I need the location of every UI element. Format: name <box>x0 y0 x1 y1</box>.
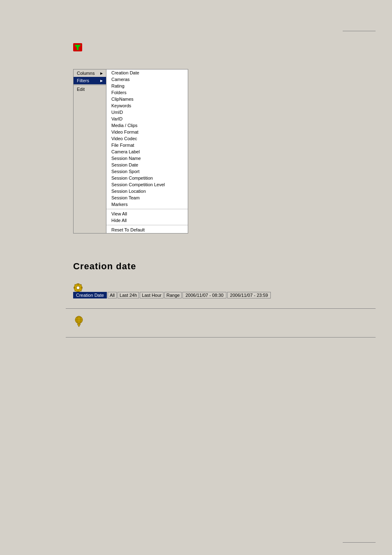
menu-right-session-competition[interactable]: Session Competition <box>106 175 188 181</box>
menu-right-varid[interactable]: VarID <box>106 116 188 122</box>
svg-rect-6 <box>74 287 75 288</box>
filter-option-lasthour[interactable]: Last Hour <box>140 292 164 298</box>
menu-right-cameras[interactable]: Cameras <box>106 76 188 83</box>
filter-option-all[interactable]: All <box>108 292 117 298</box>
page-footer <box>343 542 376 543</box>
svg-marker-17 <box>77 324 81 327</box>
filter-option-last24h[interactable]: Last 24h <box>118 292 139 298</box>
menu-right-markers[interactable]: Markers <box>106 201 188 208</box>
settings-icon[interactable] <box>73 283 83 293</box>
context-menu: Columns ▶ Filters ▶ Edit Creation Date C… <box>73 69 188 234</box>
menu-right-folders[interactable]: Folders <box>106 89 188 96</box>
menu-right-session-team[interactable]: Session Team <box>106 194 188 201</box>
filter-option-range[interactable]: Range <box>164 292 182 298</box>
menu-right-file-format[interactable]: File Format <box>106 142 188 148</box>
menu-item-columns[interactable]: Columns ▶ <box>74 69 106 77</box>
funnel-icon <box>73 43 82 51</box>
menu-right-session-location[interactable]: Session Location <box>106 188 188 194</box>
submenu-arrow-columns: ▶ <box>100 72 103 75</box>
divider-top <box>66 308 376 309</box>
divider-bottom <box>66 337 376 338</box>
svg-rect-4 <box>78 283 78 285</box>
menu-right-session-date[interactable]: Session Date <box>106 162 188 168</box>
menu-right-session-name[interactable]: Session Name <box>106 155 188 162</box>
menu-item-filters[interactable]: Filters ▶ <box>74 77 106 84</box>
svg-rect-7 <box>81 287 83 288</box>
menu-right-umid[interactable]: UmID <box>106 109 188 116</box>
filter-date-from[interactable]: 2006/11/07 - 08:30 <box>182 292 226 298</box>
menu-right-video-format[interactable]: Video Format <box>106 129 188 135</box>
menu-right-reset-to-default[interactable]: Reset To Default <box>106 227 188 233</box>
menu-right-separator-2 <box>106 225 188 225</box>
menu-right-video-codec[interactable]: Video Codec <box>106 135 188 142</box>
filter-icon-area <box>73 43 82 52</box>
menu-left-panel: Columns ▶ Filters ▶ Edit <box>73 69 106 234</box>
menu-right-clipnames[interactable]: ClipNames <box>106 96 188 102</box>
filter-bar: Creation Date All Last 24h Last Hour Ran… <box>73 292 271 298</box>
submenu-arrow-filters: ▶ <box>100 79 103 83</box>
menu-separator-1 <box>74 85 106 85</box>
filter-creation-date-label[interactable]: Creation Date <box>73 292 107 298</box>
svg-point-3 <box>76 286 80 289</box>
menu-right-session-sport[interactable]: Session Sport <box>106 168 188 175</box>
menu-right-keywords[interactable]: Keywords <box>106 102 188 109</box>
menu-right-panel: Creation Date Cameras Rating Folders Cli… <box>106 69 188 234</box>
menu-right-view-all[interactable]: View All <box>106 210 188 217</box>
menu-right-rating[interactable]: Rating <box>106 83 188 89</box>
menu-right-camera-label[interactable]: Camera Label <box>106 148 188 155</box>
warning-icon <box>73 314 85 327</box>
page-footer-top <box>343 31 376 31</box>
menu-right-hide-all[interactable]: Hide All <box>106 217 188 224</box>
menu-right-session-competition-level[interactable]: Session Competition Level <box>106 181 188 188</box>
menu-right-creation-date[interactable]: Creation Date <box>106 69 188 76</box>
bottom-icon-container <box>73 314 85 328</box>
menu-right-separator-1 <box>106 209 188 209</box>
section-title: Creation date <box>73 261 136 272</box>
menu-item-edit[interactable]: Edit <box>74 86 106 93</box>
filter-date-to[interactable]: 2006/11/07 - 23:59 <box>227 292 271 298</box>
menu-right-media-clips[interactable]: Media / Clips <box>106 122 188 129</box>
